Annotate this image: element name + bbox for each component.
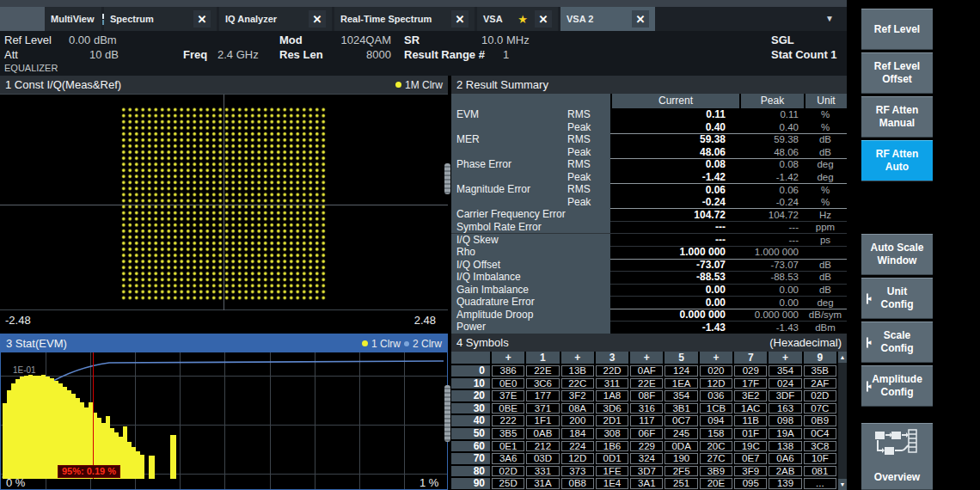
att-value[interactable]: 10 dB: [52, 48, 119, 61]
symbol-cell: 20C: [700, 441, 732, 452]
tab-spectrum[interactable]: Spectrum✕: [104, 7, 217, 31]
result-label: I/Q Imbalance: [456, 271, 521, 284]
result-row: I/Q Offset-73.07-73.07dB: [451, 259, 847, 273]
constellation-panel-header[interactable]: 1 Const I/Q(Meas&Ref) 1M Clrw: [0, 76, 448, 94]
symbol-cell: 0DA: [665, 441, 697, 452]
scroll-up-icon[interactable]: ▲: [838, 352, 847, 363]
result-unit: Hz: [804, 210, 847, 220]
close-icon[interactable]: ✕: [193, 10, 211, 28]
softkey-ref-level[interactable]: Ref Level: [861, 9, 933, 50]
result-current-value: 48.06: [610, 146, 739, 158]
softkey-auto-scale-window[interactable]: Auto ScaleWindow: [861, 234, 933, 275]
result-summary-header[interactable]: 2 Result Summary: [451, 76, 847, 94]
softkey-scale-config[interactable]: ◄ScaleConfig: [861, 322, 933, 363]
symbol-cell: 020: [700, 365, 732, 377]
sr-label: SR: [404, 34, 420, 46]
result-sublabel: RMS: [567, 108, 591, 121]
symbol-cell: 139: [769, 478, 801, 489]
result-unit: %: [804, 197, 847, 207]
close-icon[interactable]: ✕: [451, 10, 469, 28]
close-icon[interactable]: ✕: [309, 10, 326, 28]
symbols-row: 9025D31A0B81E43A125120E095139...: [451, 478, 836, 489]
result-label-cell: I/Q Imbalance: [451, 271, 610, 284]
result-current-value: -1.42: [610, 171, 739, 183]
stat-evm-panel: 3 Stat(EVM) 1 Clrw 2 Clrw 1E-01 95%: 0.1…: [0, 334, 448, 490]
softkey-rf-atten-manual[interactable]: RF AttenManual: [861, 96, 933, 138]
channel-tab-bar: MultiViewSpectrum✕IQ Analyzer✕Real-Time …: [45, 7, 847, 31]
ref-level-value[interactable]: 0.00 dBm: [69, 34, 117, 46]
close-icon[interactable]: ✕: [535, 10, 552, 28]
softkey-label: Ref Level: [861, 9, 933, 36]
symbol-cell: 3C6: [526, 378, 559, 389]
submenu-arrow-icon: ◄: [866, 339, 873, 346]
result-row: Gain Imbalance0.000.00dB: [451, 284, 847, 297]
res-len-value[interactable]: 8000: [318, 48, 391, 61]
symbol-cell: 08F: [630, 390, 663, 401]
tab-multiview[interactable]: MultiView: [45, 7, 101, 31]
result-peak-value: 0.40: [739, 122, 804, 132]
softkey-unit-config[interactable]: ◄UnitConfig: [861, 278, 933, 319]
symbol-cell: 158: [700, 428, 732, 439]
symbols-row: 100E03C622C31122E1EA12D17F0242AF: [451, 378, 836, 389]
symbol-cell: 19A: [769, 428, 801, 439]
stat-evm-panel-header[interactable]: 3 Stat(EVM) 1 Clrw 2 Clrw: [1, 334, 447, 352]
result-row: MERRMS59.3859.38dB: [451, 133, 847, 146]
symbol-cell: 117: [630, 415, 663, 426]
tab-vsa-2[interactable]: VSA 2✕: [560, 7, 655, 31]
symbols-row-label: 40: [451, 415, 490, 426]
result-peak-value: 0.00: [739, 297, 804, 308]
symbol-cell: 1A8: [596, 390, 628, 401]
constellation-plot[interactable]: [0, 94, 448, 310]
tab-real-time-spectrum[interactable]: Real-Time Spectrum✕: [334, 7, 475, 31]
result-peak-value: 1.000 000: [739, 247, 804, 257]
symbol-cell: 1FE: [596, 466, 628, 477]
sr-value[interactable]: 10.0 MHz: [481, 34, 530, 46]
softkey-label: Auto ScaleWindow: [861, 235, 933, 267]
stat-evm-plot[interactable]: 1E-01 95%: 0.19 % 0 % 1 %: [1, 352, 447, 489]
stat-trace2-label: 2 Clrw: [413, 338, 442, 350]
symbols-format-note: (Hexadecimal): [769, 336, 842, 349]
tab-label: Spectrum: [110, 14, 154, 24]
tab-iq-analyzer[interactable]: IQ Analyzer✕: [219, 7, 332, 31]
result-unit: deg: [804, 159, 847, 169]
result-row: Carrier Frequency Error104.72104.72Hz: [451, 208, 847, 222]
tab-overflow-dropdown[interactable]: ▼: [818, 10, 841, 28]
softkey-overview[interactable]: Overview: [861, 423, 933, 490]
result-current-value: -0.24: [610, 196, 739, 208]
result-label: Symbol Rate Error: [456, 221, 542, 234]
freq-value[interactable]: 2.4 GHz: [217, 48, 259, 61]
symbols-scrollbar[interactable]: ▲ ▼: [838, 352, 847, 490]
result-peak-value: 48.06: [739, 147, 804, 157]
symbol-cell: 3B5: [492, 428, 524, 439]
symbol-cell: 3C8: [804, 441, 836, 452]
percentile-marker-label: 95%: 0.19 %: [58, 465, 120, 478]
symbol-cell: 138: [769, 441, 801, 452]
result-unit: dB: [804, 134, 847, 144]
splitter-handle[interactable]: [444, 385, 450, 442]
symbol-cell: 1F1: [526, 415, 559, 426]
tab-label: VSA: [483, 14, 503, 24]
result-label: Magnitude Error: [456, 183, 530, 196]
result-sublabel: RMS: [567, 133, 591, 146]
result-label-cell: Carrier Frequency Error: [451, 208, 610, 221]
tab-label: Real-Time Spectrum: [340, 14, 432, 24]
result-unit: dB: [804, 272, 847, 282]
softkey-amplitude-config[interactable]: ◄AmplitudeConfig: [861, 365, 933, 407]
result-row: Peak-1.42-1.42deg: [451, 171, 847, 185]
symbols-column-header: +: [769, 352, 801, 364]
mod-value[interactable]: 1024QAM: [318, 34, 391, 46]
result-range-value[interactable]: 1: [503, 48, 509, 61]
splitter-handle[interactable]: [444, 163, 450, 194]
result-sublabel: Peak: [567, 196, 591, 209]
result-label: Power: [456, 321, 486, 334]
histogram-bar: [149, 456, 155, 479]
softkey-ref-level-offset[interactable]: Ref LevelOffset: [861, 52, 933, 94]
tab-vsa[interactable]: VSA★✕: [477, 7, 558, 31]
symbol-cell: 036: [700, 390, 732, 401]
close-icon[interactable]: ✕: [632, 10, 649, 28]
result-label-cell: MERRMS: [451, 133, 610, 146]
result-range-label: Result Range #: [404, 48, 485, 61]
softkey-rf-atten-auto[interactable]: RF AttenAuto: [861, 140, 933, 181]
scroll-down-icon[interactable]: ▼: [838, 479, 847, 490]
symbols-panel-header[interactable]: 4 Symbols (Hexadecimal): [451, 334, 847, 352]
